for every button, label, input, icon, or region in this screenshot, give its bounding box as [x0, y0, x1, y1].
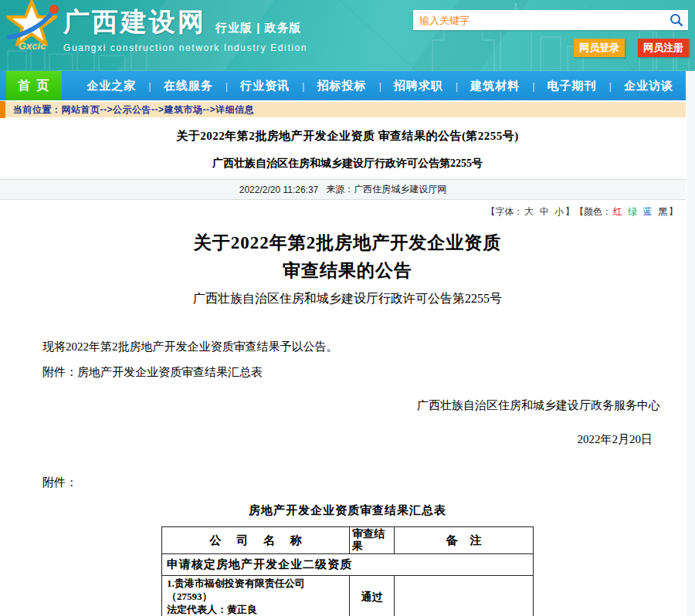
site-name: 广西建设网	[63, 5, 206, 40]
breadcrumb[interactable]: 当前位置：网站首页-->公示公告-->建筑市场-->详细信息	[13, 103, 254, 117]
company-name: 1.贵港市福创投资有限责任公司（27593）	[167, 577, 344, 604]
search-button[interactable]	[665, 10, 688, 30]
table-header-row: 公 司 名 称 审查结果 备 注	[162, 527, 534, 554]
table-body: 申请核定房地产开发企业二级资质 1.贵港市福创投资有限责任公司（27593）法定…	[162, 554, 534, 616]
color-close: 】	[669, 206, 678, 217]
result-table-wrapper: 公 司 名 称 审查结果 备 注 申请核定房地产开发企业二级资质 1.贵港市福创…	[161, 526, 534, 616]
nav-item[interactable]: 建筑材料	[458, 79, 532, 93]
nav-item[interactable]: 企业访谈	[612, 79, 686, 93]
search-icon	[670, 13, 683, 27]
color-green[interactable]: 绿	[626, 206, 639, 217]
view-controls: 【字体：大 中 小】【颜色：红 绿 蓝 黑】	[0, 205, 678, 218]
section-label: 申请核定房地产开发企业二级资质	[162, 554, 534, 576]
page: Gxcic 广西建设网 行业版 | 政务版 Guangxi constructi…	[0, 0, 695, 616]
table-row: 1.贵港市福创投资有限责任公司（27593）法定代表人：黄正良通过	[162, 576, 534, 616]
search-box	[413, 10, 688, 30]
main-nav: 首 页 企业之家|在线服务|行业资讯|招标投标|招聘求职|建筑材料|电子期刊|企…	[0, 71, 686, 100]
edition-links[interactable]: 行业版 | 政务版	[215, 21, 302, 40]
member-register-button[interactable]: 网员注册	[638, 39, 689, 57]
nav-item[interactable]: 在线服务	[151, 79, 225, 93]
nav-item[interactable]: 行业资讯	[228, 79, 302, 93]
color-label: 【颜色：	[575, 206, 612, 217]
page-edge-strip	[687, 71, 695, 616]
font-size-label: 【字体：	[486, 206, 523, 217]
brand-block: 广西建设网 行业版 | 政务版 Guangxi construction net…	[63, 5, 307, 53]
search-input[interactable]	[413, 11, 665, 29]
result-table: 公 司 名 称 审查结果 备 注 申请核定房地产开发企业二级资质 1.贵港市福创…	[161, 526, 534, 616]
article-paragraph: 现将2022年第2批房地产开发企业资质审查结果予以公告。	[42, 340, 695, 354]
header-note: 备 注	[395, 527, 534, 554]
attachment-reference: 附件：房地产开发企业资质审查结果汇总表	[42, 365, 695, 380]
font-size-large[interactable]: 大	[523, 206, 535, 217]
nav-item[interactable]: 招聘求职	[381, 79, 456, 93]
article-subtitle: 广西壮族自治区住房和城乡建设厅行政许可公告第2255号	[0, 291, 695, 307]
article-title-line2: 审查结果的公告	[0, 257, 695, 285]
source-label: 来源：广西住房城乡建设厅网	[326, 183, 446, 196]
nav-item[interactable]: 电子期刊	[535, 79, 609, 93]
article-title-line1: 关于2022年第2批房地产开发企业资质	[0, 229, 695, 257]
page-title: 关于2022年第2批房地产开发企业资质 审查结果的公告(第2255号)	[0, 129, 695, 144]
section-row: 申请核定房地产开发企业二级资质	[162, 554, 534, 576]
article-title: 关于2022年第2批房地产开发企业资质 审查结果的公告	[0, 229, 695, 284]
site-logo-star-icon[interactable]: Gxcic	[3, 0, 60, 54]
color-black[interactable]: 黑	[656, 206, 669, 217]
breadcrumb-marker	[0, 101, 5, 118]
article-body: 关于2022年第2批房地产开发企业资质 审查结果的公告 广西壮族自治区住房和城乡…	[0, 229, 695, 616]
page-subtitle: 广西壮族自治区住房和城乡建设厅行政许可公告第2255号	[0, 157, 695, 171]
nav-items: 企业之家|在线服务|行业资讯|招标投标|招聘求职|建筑材料|电子期刊|企业访谈	[74, 71, 686, 100]
result-cell: 通过	[350, 576, 395, 616]
attachment-label: 附件：	[42, 476, 695, 490]
site-header: Gxcic 广西建设网 行业版 | 政务版 Guangxi constructi…	[0, 0, 695, 71]
font-size-small[interactable]: 小	[553, 206, 565, 217]
note-cell	[395, 576, 534, 616]
logo-text: Gxcic	[19, 40, 46, 52]
color-red[interactable]: 红	[612, 206, 624, 217]
header-company: 公 司 名 称	[162, 527, 350, 554]
issue-date: 2022年2月20日	[0, 432, 695, 447]
issuer-signature: 广西壮族自治区住房和城乡建设厅政务服务中心	[0, 398, 695, 413]
table-title: 房地产开发企业资质审查结果汇总表	[0, 503, 695, 518]
nav-item[interactable]: 招标投标	[304, 79, 378, 93]
account-buttons: 网员登录 网员注册	[574, 39, 689, 57]
legal-representative: 法定代表人：黄正良	[167, 604, 344, 616]
article-meta: 2022/2/20 11:26:37 来源：广西住房城乡建设厅网	[0, 179, 686, 200]
member-login-button[interactable]: 网员登录	[574, 39, 625, 57]
font-size-close: 】	[565, 206, 575, 217]
nav-item-home[interactable]: 首 页	[6, 71, 62, 100]
header-result: 审查结果	[350, 527, 395, 554]
site-tagline: Guangxi construction network Industry Ed…	[63, 42, 307, 53]
color-blue[interactable]: 蓝	[642, 206, 654, 217]
font-size-medium[interactable]: 中	[538, 206, 551, 217]
nav-item[interactable]: 企业之家	[74, 79, 148, 93]
company-cell: 1.贵港市福创投资有限责任公司（27593）法定代表人：黄正良	[162, 576, 350, 616]
breadcrumb-bar: 当前位置：网站首页-->公示公告-->建筑市场-->详细信息	[0, 100, 686, 117]
publish-datetime: 2022/2/20 11:26:37	[239, 184, 319, 195]
